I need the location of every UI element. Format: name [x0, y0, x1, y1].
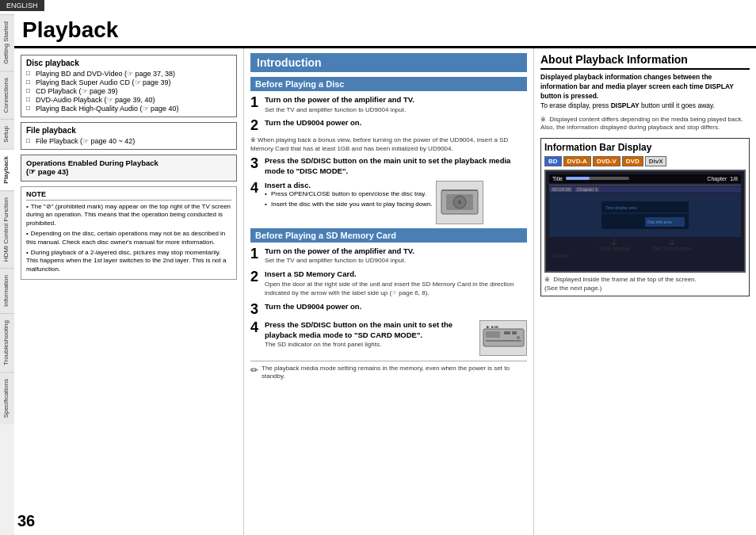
disc-section-title: Disc playback: [26, 59, 231, 67]
svg-point-3: [458, 201, 461, 204]
step-content: Turn the UD9004 power on.: [265, 118, 527, 128]
bottom-note: ✏ The playback media mode setting remain…: [250, 361, 527, 381]
svg-rect-8: [512, 331, 517, 334]
disc-note: When playing back a bonus view, before t…: [250, 136, 527, 153]
note-item: During playback of a 2-layered disc, pic…: [26, 249, 231, 273]
list-item: Playing Back Super Audio CD (☞ page 39): [26, 78, 231, 86]
disc-tab-dvd: DVD: [622, 156, 643, 166]
file-items-list: File Playback (☞ page 40 ~ 42): [26, 137, 231, 145]
right-panel: About Playback Information Displayed pla…: [534, 48, 756, 535]
sd-step-2: 2 Insert a SD Memory Card. Open the door…: [250, 269, 527, 298]
svg-text:▶ ■ ⏭: ▶ ■ ⏭: [487, 324, 498, 329]
svg-rect-10: [486, 340, 521, 342]
sidebar-item-troubleshooting[interactable]: Troubleshooting: [0, 313, 14, 372]
disc-step-1: 1 Turn on the power of the amplifier and…: [250, 95, 527, 114]
svg-rect-13: [566, 177, 590, 180]
sidebar-item-setup[interactable]: Setup: [0, 119, 14, 149]
about-note: Displayed content differs depending on t…: [540, 116, 750, 132]
svg-point-9: [517, 336, 520, 339]
disc-tab-dvda: DVD-A: [563, 156, 591, 166]
step-content: Turn on the power of the amplifier and T…: [265, 246, 527, 266]
about-text: Displayed playback information changes b…: [540, 73, 750, 111]
file-playback-section: File playback File Playback (☞ page 40 ~…: [21, 122, 237, 150]
svg-text:Disc info area: Disc info area: [647, 220, 672, 224]
svg-rect-6: [486, 331, 500, 338]
step-content: Press the SD/DISC button on the main uni…: [265, 320, 476, 356]
step-number: 1: [250, 95, 262, 109]
main-content: Playback Disc playback Playing BD and DV…: [14, 14, 756, 535]
ops-title: Operations Enabled During Playback (☞ pa…: [26, 159, 231, 176]
time-display-label: Time display: [598, 246, 629, 251]
step-number: 1: [250, 246, 262, 261]
step-number: 3: [250, 302, 262, 316]
disc-type-tabs: BD DVD-A DVD-V DVD DivX: [544, 156, 746, 166]
intro-header: Introduction: [250, 53, 527, 72]
left-panel: Disc playback Playing BD and DVD-Video (…: [14, 48, 244, 535]
list-item: DVD-Audio Playback (☞ page 39, 40): [26, 96, 231, 104]
operations-enabled-section: Operations Enabled During Playback (☞ pa…: [21, 155, 237, 182]
list-item: Playing Back High-Quality Audio (☞ page …: [26, 105, 231, 113]
list-item: CD Playback (☞ page 39): [26, 87, 231, 95]
sidebar-item-specifications[interactable]: Specifications: [0, 372, 14, 424]
sd-sub-header: Before Playing a SD Memory Card: [250, 228, 527, 243]
sd-unit-image: ▶ ■ ⏭: [479, 320, 527, 356]
disc-sub-header: Before Playing a Disc: [250, 77, 527, 91]
note-title: NOTE: [26, 190, 231, 201]
note-item: Depending on the disc, certain operation…: [26, 230, 231, 246]
step-number: 2: [250, 118, 262, 132]
disc-info-label: Disc information: [651, 246, 691, 251]
sd-step-4: 4 Press the SD/DISC button on the main u…: [250, 320, 527, 356]
step-number: 2: [250, 269, 262, 284]
note-section: NOTE The "⊘" (prohibited mark) may appea…: [21, 186, 237, 280]
page-title-bar: Playback: [14, 14, 756, 48]
disc-tray-image: [436, 181, 483, 224]
bullet-item: Press OPEN/CLOSE button to open/close th…: [265, 190, 433, 198]
sidebar-item-connections[interactable]: Connections: [0, 71, 14, 119]
disc-step-2: 2 Turn the UD9004 power on.: [250, 118, 527, 132]
cursor-label: Cursor: [552, 253, 569, 258]
step-number: 4: [250, 181, 262, 195]
bullet-item: Insert the disc with the side you want t…: [265, 201, 433, 208]
info-bar-title: Information Bar Display: [544, 142, 746, 153]
disc-step-4: 4 Insert a disc. Press OPEN/CLOSE button…: [250, 181, 527, 224]
step-with-image: Press the SD/DISC button on the main uni…: [265, 320, 527, 356]
disc-tab-dvdv: DVD-V: [593, 156, 620, 166]
sidebar-item-playback[interactable]: Playback: [0, 149, 14, 190]
svg-marker-21: [610, 243, 618, 245]
right-bottom-note: Displayed inside the frame at the top of…: [544, 276, 746, 292]
sd-step-1: 1 Turn on the power of the amplifier and…: [250, 246, 527, 266]
disc-tab-bd: BD: [544, 156, 562, 166]
sd-step-3: 3 Turn the UD9004 power on.: [250, 302, 527, 316]
step-content: Turn on the power of the amplifier and T…: [265, 95, 527, 114]
disc-tab-divx: DivX: [645, 156, 667, 166]
disc-playback-section: Disc playback Playing BD and DVD-Video (…: [21, 55, 237, 117]
svg-marker-23: [668, 243, 676, 245]
sidebar-item-hdmi[interactable]: HDMI Control Function: [0, 190, 14, 268]
step-content: Insert a disc. Press OPEN/CLOSE button t…: [265, 181, 433, 224]
step-content: Turn the UD9004 power on.: [265, 302, 527, 312]
step-content: Press the SD/DISC button on the main uni…: [265, 156, 527, 176]
note-item: The "⊘" (prohibited mark) may appear on …: [26, 203, 231, 227]
pencil-icon: ✏: [250, 365, 258, 377]
step-number: 3: [250, 156, 262, 170]
disc-step-3: 3 Press the SD/DISC button on the main u…: [250, 156, 527, 176]
svg-text:Time display area: Time display area: [605, 205, 636, 210]
language-label: ENGLISH: [0, 0, 44, 11]
step-with-image: Insert a disc. Press OPEN/CLOSE button t…: [265, 181, 483, 224]
tv-labels: Time display Disc information: [549, 239, 741, 251]
tv-screen-display: Title Chapter 1/8 00:00:00 Chapter 1: [544, 170, 746, 273]
disc-items-list: Playing BD and DVD-Video (☞ page 37, 38)…: [26, 70, 231, 113]
page-title: Playback: [22, 17, 118, 43]
about-header: About Playback Information: [540, 53, 750, 70]
list-item: Playing BD and DVD-Video (☞ page 37, 38): [26, 70, 231, 78]
middle-panel: Introduction Before Playing a Disc 1 Tur…: [244, 48, 534, 535]
tv-info-bar: Title Chapter 1/8: [549, 174, 741, 183]
svg-rect-7: [504, 331, 510, 334]
sidebar-item-getting-started[interactable]: Getting Started: [0, 14, 14, 71]
step-content: Insert a SD Memory Card. Open the door a…: [265, 269, 527, 298]
side-navigation: Getting Started Connections Setup Playba…: [0, 14, 14, 535]
step-number: 4: [250, 320, 262, 334]
page-number: 36: [17, 512, 35, 530]
list-item: File Playback (☞ page 40 ~ 42): [26, 137, 231, 145]
sidebar-item-information[interactable]: Information: [0, 268, 14, 313]
